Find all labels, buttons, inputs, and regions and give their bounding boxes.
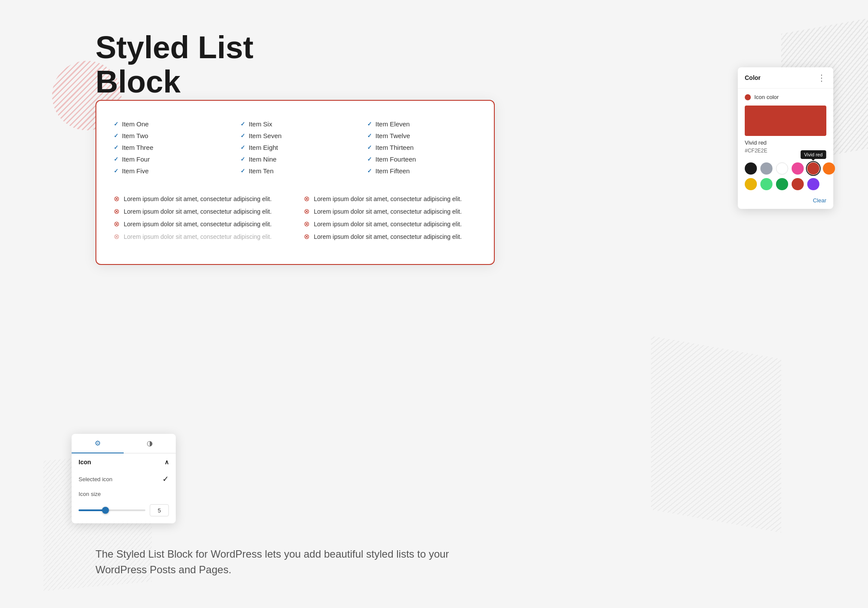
check-icon: ✓ <box>240 132 245 139</box>
check-icon: ✓ <box>114 121 118 127</box>
item-text: Item Eight <box>249 144 278 151</box>
settings-tabs: ⚙ ◑ <box>72 434 176 453</box>
item-text: Item Six <box>249 120 272 128</box>
lorem-text: Lorem ipsum dolor sit amet, consectetur … <box>124 208 272 215</box>
list-item: ✓ Item Fifteen <box>367 165 477 177</box>
list-column-1: ✓ Item One ✓ Item Two ✓ Item Three ✓ Ite… <box>114 118 223 177</box>
item-text: Item Eleven <box>375 120 410 128</box>
footer-text: The Styled List Block for WordPress lets… <box>95 546 486 578</box>
lorem-section: ⊗ Lorem ipsum dolor sit amet, consectetu… <box>96 188 494 251</box>
list-item: ✓ Item Seven <box>240 130 350 142</box>
lorem-text: Lorem ipsum dolor sit amet, consectetur … <box>314 208 462 215</box>
icon-color-text: Icon color <box>754 94 779 100</box>
icon-color-label-row: Icon color <box>738 89 833 106</box>
item-text: Item Fourteen <box>375 155 416 163</box>
list-item: ✓ Item Three <box>114 142 223 153</box>
color-preview-box <box>745 106 826 136</box>
list-column-2: ✓ Item Six ✓ Item Seven ✓ Item Eight ✓ I… <box>240 118 350 177</box>
settings-tab-contrast[interactable]: ◑ <box>124 434 176 453</box>
check-icon: ✓ <box>367 132 372 139</box>
lorem-item: ⊗ Lorem ipsum dolor sit amet, consectetu… <box>114 205 286 218</box>
vivid-red-tooltip: Vivid red <box>801 150 826 159</box>
color-panel-header: Color ⋮ <box>738 67 833 89</box>
check-icon: ✓ <box>240 156 245 162</box>
swatch-black[interactable] <box>745 162 757 175</box>
red-circle-icon: ⊗ <box>304 232 309 241</box>
settings-tab-gear[interactable]: ⚙ <box>72 434 124 453</box>
list-item: ✓ Item Twelve <box>367 130 477 142</box>
swatch-green[interactable] <box>776 178 788 190</box>
item-text: Item Fifteen <box>375 167 410 175</box>
swatch-pink[interactable] <box>792 162 804 175</box>
title-line-2: Block <box>95 65 253 99</box>
lorem-text: Lorem ipsum dolor sit amet, consectetur … <box>124 221 272 228</box>
main-container: Styled List Block ✓ Item One ✓ Item Two <box>0 0 868 608</box>
footer-content: The Styled List Block for WordPress lets… <box>95 548 449 575</box>
lorem-item: ⊗ Lorem ipsum dolor sit amet, consectetu… <box>304 192 477 205</box>
swatch-green-light[interactable] <box>760 178 773 190</box>
slider-track[interactable] <box>79 509 145 511</box>
lorem-text: Lorem ipsum dolor sit amet, consectetur … <box>314 195 462 202</box>
check-icon: ✓ <box>240 121 245 127</box>
slider-input[interactable] <box>150 504 169 516</box>
title-line-1: Styled List <box>95 30 253 65</box>
list-column-3: ✓ Item Eleven ✓ Item Twelve ✓ Item Thirt… <box>367 118 477 177</box>
color-panel: Color ⋮ Icon color Vivid red #CF2E2E Viv… <box>738 67 833 209</box>
browser-inner: ✓ Item One ✓ Item Two ✓ Item Three ✓ Ite… <box>96 101 494 251</box>
swatch-row-1: Vivid red <box>745 162 826 175</box>
item-text: Item Seven <box>249 132 282 139</box>
red-circle-icon: ⊗ <box>304 220 309 228</box>
settings-selected-icon-label: Selected icon <box>79 476 112 482</box>
color-clear-button[interactable]: Clear <box>738 194 833 209</box>
list-item: ✓ Item Fourteen <box>367 153 477 165</box>
red-circle-icon: ⊗ <box>114 207 119 215</box>
settings-section-header[interactable]: Icon ∧ <box>79 453 169 471</box>
item-text: Item One <box>122 120 149 128</box>
lorem-item: ⊗ Lorem ipsum dolor sit amet, consectetu… <box>304 205 477 218</box>
lorem-item: ⊗ Lorem ipsum dolor sit amet, consectetu… <box>304 230 477 243</box>
list-item: ✓ Item Thirteen <box>367 142 477 153</box>
settings-row-icon-size: Icon size <box>79 487 169 501</box>
lists-top: ✓ Item One ✓ Item Two ✓ Item Three ✓ Ite… <box>96 109 494 181</box>
lorem-item: ⊗ Lorem ipsum dolor sit amet, consectetu… <box>304 218 477 230</box>
red-circle-icon: ⊗ <box>114 232 119 241</box>
swatch-vivid-red-2[interactable] <box>792 178 804 190</box>
item-text: Item Five <box>122 167 149 175</box>
check-icon: ✓ <box>114 168 118 174</box>
lorem-item: ⊗ Lorem ipsum dolor sit amet, consectetu… <box>114 192 286 205</box>
list-item: ✓ Item One <box>114 118 223 130</box>
swatch-white[interactable] <box>776 162 788 175</box>
swatch-orange[interactable] <box>823 162 835 175</box>
swatch-gray[interactable] <box>760 162 773 175</box>
swatch-vivid-red[interactable]: Vivid red <box>807 162 819 175</box>
check-icon: ✓ <box>240 144 245 151</box>
item-text: Item Four <box>122 155 150 163</box>
settings-selected-icon-value: ✓ <box>162 474 169 484</box>
color-panel-menu-button[interactable]: ⋮ <box>817 73 826 83</box>
color-swatches: Vivid red <box>738 159 833 194</box>
list-item: ✓ Item Nine <box>240 153 350 165</box>
page-title: Styled List Block <box>95 30 253 99</box>
item-text: Item Ten <box>249 167 273 175</box>
lorem-item: ⊗ Lorem ipsum dolor sit amet, consectetu… <box>114 218 286 230</box>
settings-row-selected-icon: Selected icon ✓ <box>79 471 169 487</box>
lorem-text: Lorem ipsum dolor sit amet, consectetur … <box>314 233 462 240</box>
lorem-column-2: ⊗ Lorem ipsum dolor sit amet, consectetu… <box>304 192 477 243</box>
slider-thumb[interactable] <box>102 507 109 514</box>
divider <box>96 181 494 188</box>
settings-collapse-icon: ∧ <box>164 459 169 466</box>
list-item: ✓ Item Five <box>114 165 223 177</box>
swatch-yellow[interactable] <box>745 178 757 190</box>
lorem-text: Lorem ipsum dolor sit amet, consectetur … <box>314 221 462 228</box>
check-icon: ✓ <box>367 144 372 151</box>
color-panel-title: Color <box>745 74 761 81</box>
list-item: ✓ Item Four <box>114 153 223 165</box>
item-text: Item Nine <box>249 155 276 163</box>
lorem-column-1: ⊗ Lorem ipsum dolor sit amet, consectetu… <box>114 192 286 243</box>
list-item: ✓ Item Eight <box>240 142 350 153</box>
settings-section-title: Icon <box>79 459 91 466</box>
list-item: ✓ Item Six <box>240 118 350 130</box>
icon-color-dot <box>745 94 751 100</box>
swatch-purple[interactable] <box>807 178 819 190</box>
red-circle-icon: ⊗ <box>304 207 309 215</box>
